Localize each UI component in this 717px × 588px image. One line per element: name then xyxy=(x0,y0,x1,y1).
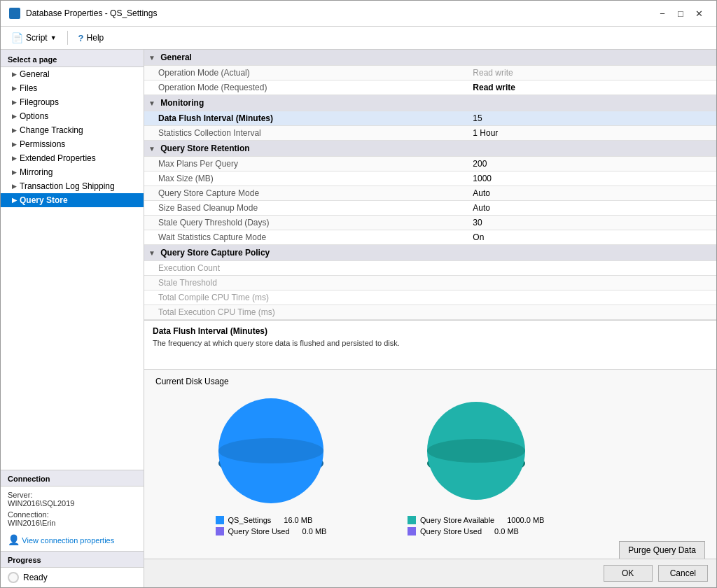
app-icon xyxy=(9,8,20,19)
prop-name: Total Compile CPU Time (ms) xyxy=(144,290,459,305)
description-panel: Data Flush Interval (Minutes) The freque… xyxy=(144,321,716,370)
legend-item: QS_Settings 16.0 MB xyxy=(216,516,327,524)
script-button[interactable]: 📄 Script ▼ xyxy=(6,29,62,46)
main-content: Select a page ▶ General ▶ Files ▶ Filegr… xyxy=(1,50,716,587)
table-row[interactable]: Data Flush Interval (Minutes) 15 xyxy=(144,111,716,126)
sidebar-item-change-tracking[interactable]: ▶ Change Tracking xyxy=(1,123,144,137)
group-toggle-icon[interactable]: ▼ xyxy=(148,54,155,62)
progress-section-header: Progress xyxy=(1,551,144,568)
table-row: Max Size (MB) 1000 xyxy=(144,172,716,186)
prop-value: Read write xyxy=(459,66,716,80)
group-header-qs-capture-policy: ▼ Query Store Capture Policy xyxy=(144,245,716,261)
help-label: Help xyxy=(87,33,104,43)
nav-arrow-icon: ▶ xyxy=(12,71,17,78)
legend-item: Query Store Used 0.0 MB xyxy=(216,527,327,536)
table-row: Wait Statistics Capture Mode On xyxy=(144,230,716,245)
view-connection-link[interactable]: View connection properties xyxy=(22,536,114,545)
prop-name: Operation Mode (Requested) xyxy=(144,80,459,95)
legend-value: 16.0 MB xyxy=(284,516,312,524)
right-pie-chart xyxy=(417,393,536,507)
prop-value: 200 xyxy=(459,157,716,172)
left-chart-container: QS_Settings 16.0 MB Query Store Used 0.0… xyxy=(211,393,330,536)
sidebar-item-label: Change Tracking xyxy=(20,125,83,135)
prop-value: Auto xyxy=(459,186,716,201)
help-icon: ? xyxy=(78,33,84,43)
prop-value: On xyxy=(459,230,716,245)
nav-arrow-icon: ▶ xyxy=(12,85,17,92)
progress-info: Ready xyxy=(1,568,144,587)
server-info: Server: WIN2016\SQL2019 Connection: WIN2… xyxy=(1,486,144,531)
table-row: Statistics Collection Interval 1 Hour xyxy=(144,126,716,141)
legend-label: QS_Settings xyxy=(228,516,272,524)
sidebar-item-options[interactable]: ▶ Options xyxy=(1,109,144,123)
sidebar-item-mirroring[interactable]: ▶ Mirroring xyxy=(1,165,144,179)
nav-arrow-icon: ▶ xyxy=(12,113,17,120)
sidebar-item-label: Query Store xyxy=(20,195,68,205)
right-chart-legend: Query Store Available 1000.0 MB Query St… xyxy=(408,516,544,536)
right-panel: ▼ General Operation Mode (Actual) Read w… xyxy=(144,50,716,587)
description-title: Data Flush Interval (Minutes) xyxy=(153,326,708,336)
help-button[interactable]: ? Help xyxy=(74,30,109,46)
sidebar-item-files[interactable]: ▶ Files xyxy=(1,81,144,95)
table-row: Stale Query Threshold (Days) 30 xyxy=(144,216,716,230)
prop-name: Data Flush Interval (Minutes) xyxy=(144,111,459,126)
group-name: Query Store Capture Policy xyxy=(160,248,270,258)
legend-label: Query Store Available xyxy=(420,516,494,524)
sidebar-item-label: Mirroring xyxy=(20,167,53,177)
table-row: Total Compile CPU Time (ms) xyxy=(144,290,716,305)
close-button[interactable]: ✕ xyxy=(690,6,708,20)
purge-query-data-button[interactable]: Purge Query Data xyxy=(619,541,705,559)
script-icon: 📄 xyxy=(11,32,23,43)
nav-arrow-icon: ▶ xyxy=(12,197,17,204)
sidebar-item-label: Files xyxy=(20,83,37,93)
cancel-button[interactable]: Cancel xyxy=(658,565,708,582)
ok-button[interactable]: OK xyxy=(604,565,653,582)
server-value: WIN2016\SQL2019 xyxy=(8,499,137,507)
prop-name: Size Based Cleanup Mode xyxy=(144,201,459,216)
table-row: Total Execution CPU Time (ms) xyxy=(144,305,716,320)
minimize-button[interactable]: − xyxy=(653,6,671,20)
prop-name: Max Size (MB) xyxy=(144,172,459,186)
nav-arrow-icon: ▶ xyxy=(12,141,17,148)
sidebar-item-label: General xyxy=(20,69,50,79)
properties-panel: ▼ General Operation Mode (Actual) Read w… xyxy=(144,50,716,321)
prop-value: 1000 xyxy=(459,172,716,186)
sidebar-item-filegroups[interactable]: ▶ Filegroups xyxy=(1,95,144,109)
group-header-monitoring: ▼ Monitoring xyxy=(144,95,716,111)
table-row: Operation Mode (Actual) Read write xyxy=(144,66,716,80)
legend-color-qs-settings xyxy=(216,516,224,524)
connection-section-header: Connection xyxy=(1,470,144,486)
sidebar-item-transaction-log-shipping[interactable]: ▶ Transaction Log Shipping xyxy=(1,179,144,193)
prop-name: Total Execution CPU Time (ms) xyxy=(144,305,459,320)
table-row: Stale Threshold xyxy=(144,276,716,290)
prop-value: 15 xyxy=(459,111,716,126)
sidebar-item-query-store[interactable]: ▶ Query Store xyxy=(1,193,144,207)
toolbar: 📄 Script ▼ ? Help xyxy=(1,27,716,50)
prop-value: Auto xyxy=(459,201,716,216)
prop-value: 1 Hour xyxy=(459,126,716,141)
prop-value: 30 xyxy=(459,216,716,230)
table-row: Operation Mode (Requested) Read write xyxy=(144,80,716,95)
nav-arrow-icon: ▶ xyxy=(12,99,17,106)
prop-value: Read write xyxy=(459,80,716,95)
sidebar-item-general[interactable]: ▶ General xyxy=(1,67,144,81)
title-bar: Database Properties - QS_Settings − □ ✕ xyxy=(1,1,716,27)
maximize-button[interactable]: □ xyxy=(671,6,690,20)
legend-value: 1000.0 MB xyxy=(507,516,544,524)
disk-usage-panel: Current Disk Usage xyxy=(144,370,716,559)
table-row: Size Based Cleanup Mode Auto xyxy=(144,201,716,216)
nav-arrow-icon: ▶ xyxy=(12,127,17,134)
bottom-bar: OK Cancel xyxy=(144,559,716,587)
view-connection-link-container: 👤 View connection properties xyxy=(1,531,144,551)
group-toggle-icon[interactable]: ▼ xyxy=(148,145,155,153)
sidebar-item-extended-properties[interactable]: ▶ Extended Properties xyxy=(1,151,144,165)
prop-name: Execution Count xyxy=(144,261,459,276)
group-header-general: ▼ General xyxy=(144,50,716,66)
properties-table: ▼ General Operation Mode (Actual) Read w… xyxy=(144,50,716,320)
connection-value: WIN2016\Erin xyxy=(8,519,137,527)
group-toggle-icon[interactable]: ▼ xyxy=(148,249,155,257)
sidebar-item-permissions[interactable]: ▶ Permissions xyxy=(1,137,144,151)
left-chart-legend: QS_Settings 16.0 MB Query Store Used 0.0… xyxy=(216,516,327,536)
group-name: Query Store Retention xyxy=(160,144,249,153)
group-toggle-icon[interactable]: ▼ xyxy=(148,99,155,107)
